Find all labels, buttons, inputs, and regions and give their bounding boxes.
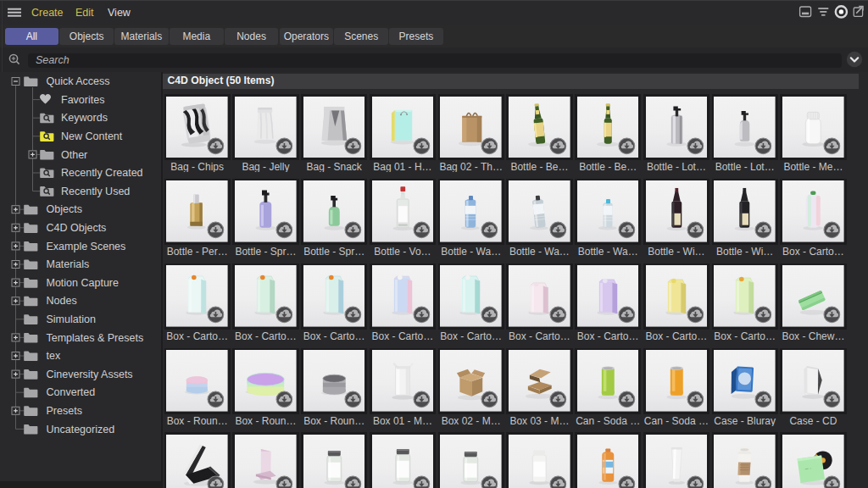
svg-text:Motion Capture: Motion Capture	[47, 277, 120, 289]
svg-text:C4D Objects: C4D Objects	[47, 222, 107, 234]
svg-text:Keywords: Keywords	[61, 112, 108, 124]
svg-text:tex: tex	[47, 350, 61, 362]
svg-text:Materials: Materials	[47, 258, 90, 270]
svg-text:Uncategorized: Uncategorized	[47, 424, 115, 435]
svg-text:Simulation: Simulation	[47, 313, 96, 325]
svg-text:Presets: Presets	[47, 405, 82, 417]
svg-text:Converted: Converted	[47, 386, 96, 398]
svg-text:Quick Access: Quick Access	[47, 75, 110, 87]
svg-text:Favorites: Favorites	[61, 94, 104, 106]
svg-text:Recently Used: Recently Used	[61, 186, 130, 197]
svg-text:Example Scenes: Example Scenes	[47, 241, 126, 252]
svg-text:Other: Other	[61, 149, 87, 161]
svg-text:Cineversity Assets: Cineversity Assets	[47, 369, 133, 380]
svg-text:Nodes: Nodes	[47, 295, 77, 307]
svg-text:New Content: New Content	[61, 130, 123, 142]
svg-text:Recently Created: Recently Created	[61, 167, 143, 179]
svg-text:Templates & Presets: Templates & Presets	[47, 332, 144, 344]
svg-text:Objects: Objects	[47, 203, 82, 215]
